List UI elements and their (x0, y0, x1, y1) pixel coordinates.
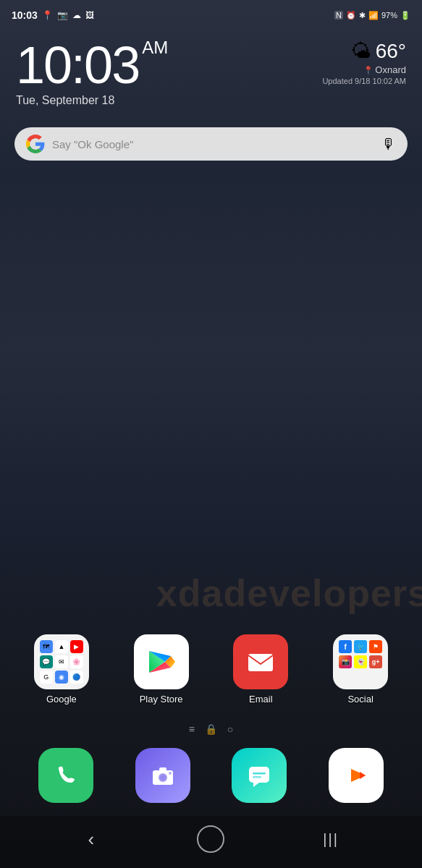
assistant-mini-icon: ◉ (55, 671, 68, 684)
gplus-mini-icon: g+ (369, 655, 382, 668)
home-screen-space (0, 161, 422, 634)
play-store-svg (143, 644, 180, 680)
alarm-icon: ⏰ (346, 11, 356, 20)
messages-dock-item[interactable] (232, 748, 287, 803)
clock-date: Tue, September 18 (16, 94, 168, 107)
weather-status-icon: ☁ (72, 10, 81, 20)
chrome-mini-icon: 🔵 (70, 671, 83, 684)
circle-dots: ○ (227, 723, 233, 735)
twitter-mini-icon: 🐦 (354, 640, 367, 653)
flag-mini-icon: ⚑ (369, 640, 382, 653)
signal-icon: 📶 (368, 11, 379, 20)
sun-icon: 🌤 (351, 39, 371, 63)
svg-rect-4 (159, 767, 166, 771)
phone-icon (51, 761, 80, 790)
page-indicator: ≡ 🔒 ○ (0, 716, 422, 739)
social-folder-icon[interactable]: f 🐦 ⚑ 📸 👻 g+ (333, 634, 388, 689)
youtube-mini-icon: ▶ (70, 640, 83, 653)
status-time: 10:03 (12, 9, 38, 21)
svg-rect-0 (248, 654, 273, 671)
battery-icon: 🔋 (400, 11, 410, 20)
social-folder-app[interactable]: f 🐦 ⚑ 📸 👻 g+ Social (321, 634, 400, 705)
google-folder-label: Google (46, 694, 77, 705)
search-bar-container[interactable]: Say "Ok Google" 🎙 (0, 107, 422, 161)
home-button[interactable] (197, 825, 224, 853)
svg-rect-6 (249, 767, 269, 783)
google-g-icon (26, 135, 45, 153)
google-mini-icon: G (40, 671, 53, 684)
status-left: 10:03 📍 📷 ☁ 🖼 (12, 9, 94, 21)
photos-mini-icon: 🌸 (70, 655, 83, 668)
recents-button[interactable]: ||| (313, 825, 349, 854)
search-placeholder[interactable]: Say "Ok Google" (52, 138, 374, 150)
music-icon (339, 759, 373, 792)
weather-updated: Updated 9/18 10:02 AM (322, 77, 406, 85)
camera-dock-item[interactable] (135, 748, 190, 803)
social-folder-label: Social (347, 694, 373, 705)
status-bar: 10:03 📍 📷 ☁ 🖼 N ⏰ ✱ 📶 97% 🔋 (0, 0, 422, 26)
facebook-mini-icon: f (339, 640, 352, 653)
battery-percent: 97% (381, 11, 397, 20)
microphone-icon[interactable]: 🎙 (381, 136, 396, 153)
email-svg (244, 645, 277, 678)
google-folder-app[interactable]: 🗺 ▲ ▶ 💬 ✉ 🌸 G ◉ 🔵 Google (22, 634, 101, 705)
location-icon: 📍 (42, 10, 53, 20)
gallery-status-icon: 🖼 (85, 10, 94, 20)
back-button[interactable]: ‹ (73, 825, 109, 854)
clock-section: 10:03AM Tue, September 18 (16, 39, 168, 107)
email-app[interactable]: Email (221, 634, 300, 705)
bluetooth-icon: ✱ (359, 11, 366, 20)
gmail-mini-icon: ✉ (55, 655, 68, 668)
svg-point-3 (160, 775, 166, 780)
weather-top: 🌤 66° (322, 39, 406, 63)
hangouts-mini-icon: 💬 (40, 655, 53, 668)
music-dock-item[interactable] (329, 748, 384, 803)
camera-status-icon: 📷 (57, 10, 68, 20)
email-icon[interactable] (233, 634, 288, 689)
messages-icon (245, 761, 274, 790)
email-label: Email (249, 694, 273, 705)
google-search-bar[interactable]: Say "Ok Google" 🎙 (14, 127, 408, 161)
weather-location: Oxnard (322, 64, 406, 75)
lock-dots: 🔒 (205, 723, 217, 735)
play-store-icon[interactable] (134, 634, 189, 689)
google-folder-icon[interactable]: 🗺 ▲ ▶ 💬 ✉ 🌸 G ◉ 🔵 (34, 634, 89, 689)
google-maps-mini-icon: 🗺 (40, 640, 53, 653)
svg-rect-7 (253, 773, 266, 775)
snapchat-mini-icon: 👻 (354, 655, 367, 668)
play-store-label: Play Store (140, 694, 183, 705)
weather-section: 🌤 66° Oxnard Updated 9/18 10:02 AM (322, 39, 406, 85)
google-drive-mini-icon: ▲ (55, 640, 68, 653)
status-right: N ⏰ ✱ 📶 97% 🔋 (334, 11, 410, 20)
svg-point-5 (169, 772, 172, 775)
svg-rect-8 (253, 776, 261, 778)
hamburger-dots: ≡ (189, 723, 195, 735)
play-store-app[interactable]: Play Store (122, 634, 201, 705)
bottom-dock (0, 739, 422, 816)
clock-time: 10:03AM (16, 39, 168, 91)
instagram-mini-icon: 📸 (339, 655, 352, 668)
nfc-icon: N (334, 11, 343, 20)
clock-weather-section: 10:03AM Tue, September 18 🌤 66° Oxnard U… (0, 26, 422, 107)
app-row: 🗺 ▲ ▶ 💬 ✉ 🌸 G ◉ 🔵 Google (0, 634, 422, 705)
clock-ampm: AM (142, 38, 168, 57)
weather-temp: 66° (376, 40, 406, 63)
camera-icon (148, 761, 177, 790)
system-nav-bar: ‹ ||| (0, 816, 422, 868)
phone-dock-item[interactable] (38, 748, 93, 803)
